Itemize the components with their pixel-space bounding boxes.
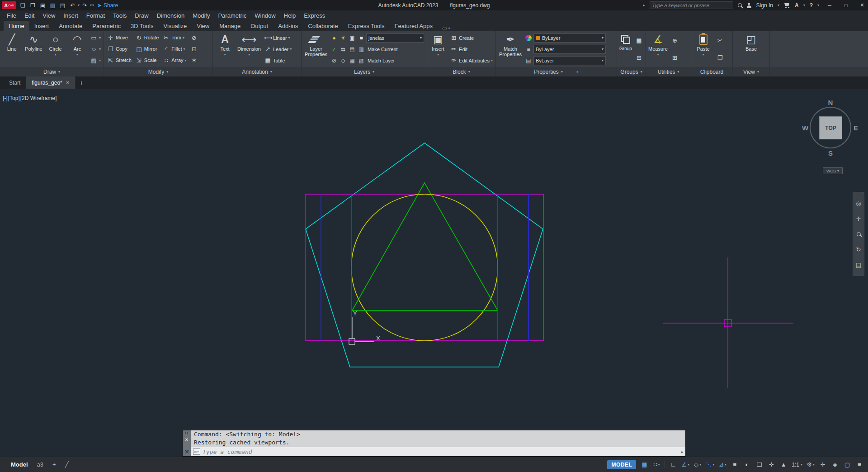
menu-dimension[interactable]: Dimension	[153, 10, 189, 21]
edit-block-button[interactable]: ✏Edit	[448, 44, 494, 55]
layer-tool-icon[interactable]: ⊘	[330, 57, 338, 65]
measure-button[interactable]: ∡ Measure ▾	[647, 32, 669, 66]
group-edit-button[interactable]: ▦	[634, 35, 644, 46]
pan-icon[interactable]: ✛	[854, 214, 863, 223]
wcs-selector[interactable]: WCS ▾	[823, 167, 843, 174]
array-button[interactable]: ∷Array▾	[161, 55, 188, 66]
color-wheel-icon[interactable]	[524, 34, 533, 42]
hatch-tool-button[interactable]: ▨ ▾	[89, 55, 102, 66]
command-history-expand-icon[interactable]: ▲	[681, 449, 683, 454]
ribbon-tab-manage[interactable]: Manage	[214, 21, 245, 31]
ribbon-tab-featured-apps[interactable]: Featured Apps	[389, 21, 438, 31]
layout-edit-icon[interactable]: ╱	[65, 461, 69, 468]
ellipse-tool-button[interactable]: ○ ▾	[89, 44, 102, 55]
help-chevron-down-icon[interactable]: ▾	[817, 3, 819, 7]
dimension-button[interactable]: ⟷ Dimension ▾	[236, 32, 262, 66]
zoom-icon[interactable]	[854, 229, 863, 238]
app-store-cart-icon[interactable]	[784, 3, 790, 8]
menu-file[interactable]: File	[3, 10, 20, 21]
group-button[interactable]: Group	[618, 32, 633, 66]
arc-button[interactable]: ◠ Arc ▾	[67, 32, 88, 66]
full-navigation-wheel-icon[interactable]: ◎	[854, 199, 863, 208]
search-input[interactable]	[652, 3, 731, 8]
viewport-view-control[interactable]: [Top]	[8, 95, 20, 101]
new-file-icon[interactable]: ❏	[18, 0, 28, 10]
rotate-button[interactable]: ↻Rotate	[134, 32, 160, 43]
file-tab-figuras-geo[interactable]: figuras_geo* ✕	[26, 76, 75, 89]
ribbon-tab-view[interactable]: View	[192, 21, 214, 31]
selection-cycling-icon[interactable]: ❏	[755, 460, 763, 470]
menu-parametric[interactable]: Parametric	[214, 10, 250, 21]
scale-button[interactable]: ⇲Scale	[134, 55, 160, 66]
object-snap-tracking-icon[interactable]: ⋱▾	[706, 460, 714, 470]
search-icon[interactable]	[738, 3, 742, 7]
layer-dropdown[interactable]: janelas ▾	[366, 33, 424, 43]
line-button[interactable]: ╱ Line	[1, 32, 22, 66]
layer-lock-icon[interactable]: ▣	[348, 34, 356, 42]
close-button[interactable]: ✕	[856, 0, 868, 10]
panel-label-utilities[interactable]: Utilities ▾	[646, 67, 691, 76]
panel-label-modify[interactable]: Modify ▾	[104, 67, 212, 76]
annotation-scale-control[interactable]: 1:1▾	[792, 462, 802, 468]
minimize-button[interactable]: ─	[824, 0, 835, 10]
ribbon-tab-parametric[interactable]: Parametric	[87, 21, 126, 31]
command-close-icon[interactable]: ✕	[185, 437, 189, 442]
offset-button[interactable]: ⊡	[189, 43, 199, 54]
move-button[interactable]: ✛Move	[105, 32, 133, 43]
search-flyout-icon[interactable]: ▸	[643, 3, 645, 7]
layer-on-icon[interactable]: ●	[330, 34, 338, 42]
command-customize-wrench-icon[interactable]: ⚒	[184, 449, 189, 455]
menu-format[interactable]: Format	[82, 10, 109, 21]
paste-button[interactable]: Paste ▾	[693, 32, 714, 66]
polyline-button[interactable]: ∿ Polyline	[23, 32, 44, 66]
linear-button[interactable]: ⟷Linear▾	[263, 33, 293, 43]
layer-tool-icon[interactable]: ⇆	[339, 45, 347, 53]
polar-tracking-icon[interactable]: ∠▾	[681, 460, 689, 470]
sign-in-label[interactable]: Sign In	[756, 2, 773, 9]
command-input[interactable]	[203, 448, 679, 455]
circle-button[interactable]: ○ Circle ▾	[45, 32, 66, 66]
hardware-acceleration-icon[interactable]: ◈	[831, 460, 839, 470]
layer-tool-icon[interactable]: ▧	[357, 57, 365, 65]
workspace-switching-icon[interactable]: ⚙▾	[807, 460, 815, 470]
orbit-icon[interactable]: ↻	[854, 245, 863, 254]
edit-attributes-button[interactable]: ✑Edit Attributes▾	[448, 55, 494, 66]
panel-label-annotation[interactable]: Annotation ▾	[213, 67, 301, 76]
copy-button[interactable]: ❐Copy	[105, 43, 133, 54]
save-as-icon[interactable]: ▥	[48, 0, 57, 10]
menu-help[interactable]: Help	[280, 10, 300, 21]
ribbon-tab-annotate[interactable]: Annotate	[54, 21, 87, 31]
base-button[interactable]: ◰ Base	[741, 32, 762, 66]
layer-tool-icon[interactable]: ◇	[339, 57, 347, 65]
layer-tool-icon[interactable]: ✓	[330, 45, 338, 53]
menu-express[interactable]: Express	[300, 10, 329, 21]
layer-thaw-icon[interactable]: ☀	[339, 34, 347, 42]
viewcube-south[interactable]: S	[826, 149, 835, 157]
annotation-monitor-icon[interactable]: ✛	[819, 460, 827, 470]
copy-clip-button[interactable]: ❐	[715, 52, 725, 63]
text-button[interactable]: A Text ▾	[214, 32, 236, 66]
panel-label-groups[interactable]: Groups ▾	[617, 67, 646, 76]
viewcube-north[interactable]: N	[826, 99, 835, 106]
redo-icon[interactable]: ↷	[80, 0, 90, 10]
ungroup-button[interactable]: ⊟	[634, 52, 644, 63]
panel-label-clipboard[interactable]: Clipboard	[691, 67, 732, 76]
qat-customize-chevron-icon[interactable]: ▾	[92, 3, 94, 7]
isodraft-toggle-icon[interactable]: ◇▾	[693, 460, 702, 470]
object-snap-icon[interactable]: ⊿▾	[718, 460, 726, 470]
insert-button[interactable]: ▣ Insert ▾	[429, 32, 448, 66]
linetype-icon[interactable]: ▤	[524, 57, 533, 65]
viewport-minus-control[interactable]: [-]	[3, 95, 8, 101]
snap-toggle-icon[interactable]: ∷▾	[652, 460, 660, 470]
fillet-button[interactable]: ◜Fillet▾	[161, 43, 188, 54]
lineweight-toggle-icon[interactable]: ≡	[731, 460, 739, 470]
redo-chevron-down-icon[interactable]: ▾	[90, 3, 92, 7]
layout-tab-a3[interactable]: a3	[37, 461, 43, 468]
panel-label-draw[interactable]: Draw ▾	[0, 67, 104, 76]
save-icon[interactable]: ▣	[38, 0, 47, 10]
layout-tab-model[interactable]: Model	[11, 461, 28, 468]
plot-icon[interactable]: ▤	[58, 0, 67, 10]
command-window-grip[interactable]: ✕ ⚒	[183, 430, 191, 456]
lineweight-icon[interactable]: ≡	[524, 45, 533, 53]
user-avatar-icon[interactable]	[746, 3, 752, 8]
